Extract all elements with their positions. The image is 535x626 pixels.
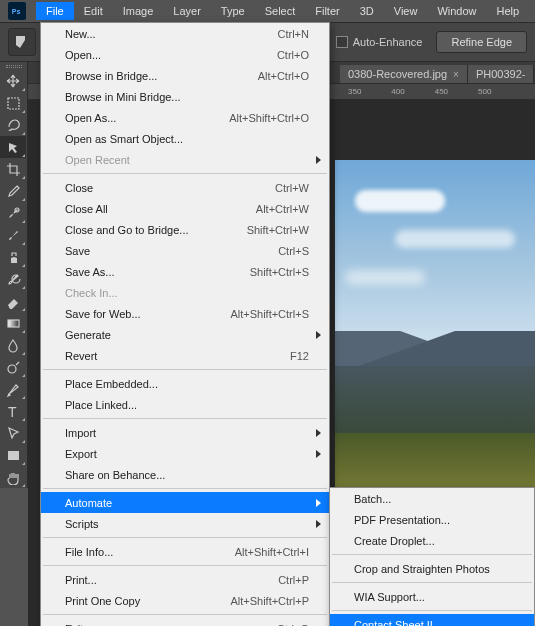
file-menu-item-browse-in-mini-bridge[interactable]: Browse in Mini Bridge... (41, 86, 329, 107)
file-menu-item-open[interactable]: Open...Ctrl+O (41, 44, 329, 65)
menu-item-label: Save As... (65, 266, 250, 278)
menu-item-label: Crop and Straighten Photos (354, 563, 514, 575)
file-menu-item-close-and-go-to-bridge[interactable]: Close and Go to Bridge...Shift+Ctrl+W (41, 219, 329, 240)
menu-item-shortcut: Ctrl+P (278, 574, 309, 586)
menu-help[interactable]: Help (487, 2, 530, 20)
menu-item-label: Open Recent (65, 154, 309, 166)
automate-item-crop-and-straighten-photos[interactable]: Crop and Straighten Photos (330, 558, 534, 579)
tool-gradient[interactable] (0, 312, 26, 334)
document-tab[interactable]: PH00392- (468, 65, 535, 83)
menu-item-label: New... (65, 28, 278, 40)
menu-3d[interactable]: 3D (350, 2, 384, 20)
file-menu-item-print[interactable]: Print...Ctrl+P (41, 569, 329, 590)
automate-item-batch[interactable]: Batch... (330, 488, 534, 509)
tool-lasso[interactable] (0, 114, 26, 136)
automate-item-pdf-presentation[interactable]: PDF Presentation... (330, 509, 534, 530)
tool-marquee[interactable] (0, 92, 26, 114)
file-menu-item-export[interactable]: Export (41, 443, 329, 464)
tool-move[interactable] (0, 70, 26, 92)
svg-rect-1 (8, 98, 19, 109)
submenu-arrow-icon (316, 499, 321, 507)
panel-grip-icon[interactable] (0, 62, 27, 70)
file-menu-item-new[interactable]: New...Ctrl+N (41, 23, 329, 44)
file-menu-item-open-as-smart-object[interactable]: Open as Smart Object... (41, 128, 329, 149)
file-menu-item-check-in: Check In... (41, 282, 329, 303)
menu-file[interactable]: File (36, 2, 74, 20)
file-menu-item-scripts[interactable]: Scripts (41, 513, 329, 534)
app-icon: Ps (8, 2, 26, 20)
file-menu-item-print-one-copy[interactable]: Print One CopyAlt+Shift+Ctrl+P (41, 590, 329, 611)
menu-select[interactable]: Select (255, 2, 306, 20)
menu-item-label: Export (65, 448, 309, 460)
menu-item-label: Open As... (65, 112, 229, 124)
menu-item-label: Close All (65, 203, 256, 215)
tool-dodge[interactable] (0, 356, 26, 378)
automate-item-wia-support[interactable]: WIA Support... (330, 586, 534, 607)
menu-item-shortcut: Ctrl+S (278, 245, 309, 257)
file-menu-item-open-as[interactable]: Open As...Alt+Shift+Ctrl+O (41, 107, 329, 128)
menu-image[interactable]: Image (113, 2, 164, 20)
tool-type[interactable]: T (0, 400, 26, 422)
menu-item-label: Contact Sheet II... (354, 619, 514, 627)
file-menu-item-exit[interactable]: ExitCtrl+Q (41, 618, 329, 626)
file-menu-dropdown: New...Ctrl+NOpen...Ctrl+OBrowse in Bridg… (40, 22, 330, 626)
menu-edit[interactable]: Edit (74, 2, 113, 20)
menu-item-label: Exit (65, 623, 277, 627)
tool-eraser[interactable] (0, 290, 26, 312)
file-menu-item-open-recent: Open Recent (41, 149, 329, 170)
tool-eyedropper[interactable] (0, 180, 26, 202)
svg-text:Ps: Ps (12, 8, 21, 15)
file-menu-item-place-embedded[interactable]: Place Embedded... (41, 373, 329, 394)
menu-item-label: Import (65, 427, 309, 439)
menu-item-label: Create Droplet... (354, 535, 514, 547)
menu-item-shortcut: Alt+Shift+Ctrl+S (230, 308, 309, 320)
close-icon[interactable]: × (453, 69, 459, 80)
file-menu-separator (43, 369, 327, 370)
tool-spot-heal[interactable] (0, 202, 26, 224)
menu-filter[interactable]: Filter (305, 2, 349, 20)
tool-hand[interactable] (0, 466, 26, 488)
file-menu-item-close-all[interactable]: Close AllAlt+Ctrl+W (41, 198, 329, 219)
menu-item-label: Browse in Mini Bridge... (65, 91, 309, 103)
tool-rectangle[interactable] (0, 444, 26, 466)
file-menu-separator (43, 537, 327, 538)
menu-view[interactable]: View (384, 2, 428, 20)
tool-path-select[interactable] (0, 422, 26, 444)
file-menu-item-revert[interactable]: RevertF12 (41, 345, 329, 366)
file-menu-item-save-for-web[interactable]: Save for Web...Alt+Shift+Ctrl+S (41, 303, 329, 324)
menu-item-label: Print... (65, 574, 278, 586)
menu-item-shortcut: Alt+Shift+Ctrl+I (235, 546, 309, 558)
automate-item-create-droplet[interactable]: Create Droplet... (330, 530, 534, 551)
menu-type[interactable]: Type (211, 2, 255, 20)
tool-clone[interactable] (0, 246, 26, 268)
file-menu-item-close[interactable]: CloseCtrl+W (41, 177, 329, 198)
file-menu-item-automate[interactable]: Automate (41, 492, 329, 513)
menu-window[interactable]: Window (427, 2, 486, 20)
automate-item-contact-sheet-ii[interactable]: Contact Sheet II... (330, 614, 534, 626)
menu-item-label: Open... (65, 49, 277, 61)
tool-crop[interactable] (0, 158, 26, 180)
file-menu-item-generate[interactable]: Generate (41, 324, 329, 345)
automate-separator (332, 554, 532, 555)
tool-quick-select[interactable] (0, 136, 26, 158)
tab-label: 0380-Recovered.jpg (348, 68, 447, 80)
menu-item-label: Print One Copy (65, 595, 230, 607)
file-menu-item-browse-in-bridge[interactable]: Browse in Bridge...Alt+Ctrl+O (41, 65, 329, 86)
menu-layer[interactable]: Layer (163, 2, 211, 20)
file-menu-separator (43, 565, 327, 566)
tool-pen[interactable] (0, 378, 26, 400)
document-tab[interactable]: 0380-Recovered.jpg × (340, 65, 468, 83)
file-menu-item-save-as[interactable]: Save As...Shift+Ctrl+S (41, 261, 329, 282)
file-menu-item-file-info[interactable]: File Info...Alt+Shift+Ctrl+I (41, 541, 329, 562)
auto-enhance-checkbox[interactable]: Auto-Enhance (336, 36, 423, 48)
tool-preset-picker[interactable] (8, 28, 36, 56)
tool-brush[interactable] (0, 224, 26, 246)
tool-history-brush[interactable] (0, 268, 26, 290)
refine-edge-button[interactable]: Refine Edge (436, 31, 527, 53)
file-menu-item-place-linked[interactable]: Place Linked... (41, 394, 329, 415)
file-menu-item-import[interactable]: Import (41, 422, 329, 443)
file-menu-separator (43, 488, 327, 489)
file-menu-item-share-on-behance[interactable]: Share on Behance... (41, 464, 329, 485)
file-menu-item-save[interactable]: SaveCtrl+S (41, 240, 329, 261)
tool-blur[interactable] (0, 334, 26, 356)
